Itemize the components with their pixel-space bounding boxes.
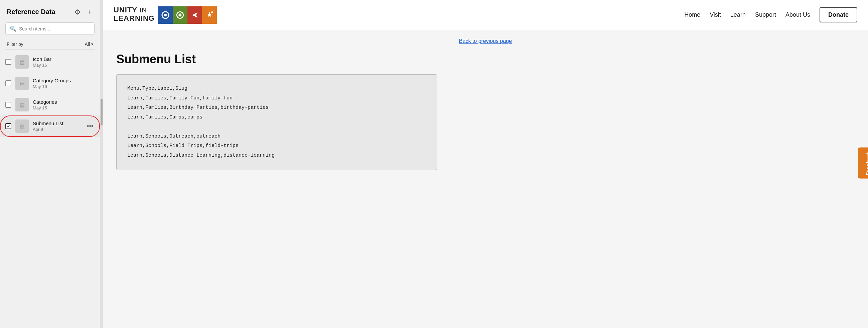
item-info: Category Groups May 16: [33, 78, 95, 89]
divider: [5, 50, 95, 50]
list-item[interactable]: ▤ Category Groups May 16: [0, 73, 100, 94]
nav-learn[interactable]: Learn: [730, 11, 746, 19]
data-line-6: Learn,Schools,Outreach,outreach: [127, 132, 426, 142]
sidebar-header: Reference Data ⚙ ＋: [0, 0, 100, 22]
feedback-button[interactable]: Feedback: [858, 147, 868, 179]
checkmark-icon: ✓: [7, 124, 10, 129]
list-item[interactable]: ▤ Categories May 15: [0, 94, 100, 115]
top-nav: UNITY IN LEARNING Home: [103, 0, 868, 30]
nav-home[interactable]: Home: [684, 11, 700, 19]
sidebar-header-icons: ⚙ ＋: [74, 7, 93, 17]
image-icon: ▤: [20, 59, 25, 65]
filter-label: Filter by: [7, 42, 23, 47]
item-thumbnail: ▤: [16, 119, 29, 133]
logo-area: UNITY IN LEARNING: [114, 6, 217, 24]
filter-all-dropdown[interactable]: All ▾: [85, 42, 93, 47]
search-area: 🔍: [0, 22, 100, 39]
svg-point-3: [211, 11, 213, 13]
item-date: May 16: [33, 62, 95, 67]
list-item-submenu[interactable]: ✓ ▤ Submenu List Apr 9 •••: [0, 115, 100, 137]
data-line-5: [127, 122, 426, 132]
logo-text-line2: LEARNING: [114, 14, 155, 22]
logo-text-line1: UNITY IN: [114, 6, 155, 14]
logo-block-orange: [202, 6, 217, 24]
item-date: May 15: [33, 105, 95, 110]
item-thumbnail: ▤: [16, 77, 29, 90]
sidebar: Reference Data ⚙ ＋ 🔍 Filter by All ▾ ▤ I…: [0, 0, 100, 328]
checkbox-categories[interactable]: [5, 102, 11, 108]
scroll-thumb: [100, 99, 102, 126]
data-box: Menu,Type,Label,Slug Learn,Famlies,Famil…: [116, 74, 437, 170]
data-line-1: Menu,Type,Label,Slug: [127, 84, 426, 94]
chevron-down-icon: ▾: [91, 42, 93, 47]
data-line-7: Learn,Schools,Field Trips,field-trips: [127, 141, 426, 151]
item-date: May 16: [33, 84, 95, 89]
page-body: Back to previous page Submenu List Menu,…: [103, 30, 868, 328]
search-box: 🔍: [5, 22, 95, 35]
image-icon: ▤: [20, 102, 25, 108]
main-content: UNITY IN LEARNING Home: [103, 0, 868, 328]
data-line-8: Learn,Schools,Distance Learning,distance…: [127, 151, 426, 161]
nav-about-us[interactable]: About Us: [785, 11, 810, 19]
data-line-3: Learn,Famlies,Birthday Parties,birthday-…: [127, 103, 426, 113]
filter-all-value: All: [85, 42, 90, 47]
item-info: Submenu List Apr 9: [33, 120, 82, 132]
item-info: Categories May 15: [33, 99, 95, 110]
image-icon: ▤: [20, 123, 25, 130]
data-line-4: Learn,Famlies,Camps,camps: [127, 113, 426, 122]
feedback-wrapper: Feedback: [858, 147, 868, 180]
item-info: Icon Bar May 16: [33, 56, 95, 67]
logo-block-blue: [158, 6, 173, 24]
nav-visit[interactable]: Visit: [710, 11, 721, 19]
search-icon: 🔍: [10, 25, 17, 32]
page-title: Submenu List: [116, 52, 855, 66]
item-name: Submenu List: [33, 120, 82, 126]
search-input[interactable]: [19, 26, 90, 31]
svg-point-1: [164, 14, 167, 17]
item-name: Categories: [33, 99, 95, 105]
svg-point-2: [179, 14, 181, 16]
checkbox-icon-bar[interactable]: [5, 59, 11, 65]
checkbox-submenu-list[interactable]: ✓: [5, 123, 11, 129]
item-name: Category Groups: [33, 78, 95, 83]
checkbox-category-groups[interactable]: [5, 80, 11, 86]
logo-block-red: [187, 6, 202, 24]
data-line-2: Learn,Famlies,Family Fun,family-fun: [127, 94, 426, 103]
add-button[interactable]: ＋: [85, 7, 93, 17]
item-date: Apr 9: [33, 127, 82, 132]
logo-block-green: [173, 6, 187, 24]
sidebar-title: Reference Data: [7, 8, 56, 16]
scroll-track: [100, 0, 103, 328]
item-name: Icon Bar: [33, 56, 95, 62]
item-thumbnail: ▤: [16, 55, 29, 69]
image-icon: ▤: [20, 80, 25, 87]
donate-button[interactable]: Donate: [819, 7, 857, 22]
back-link[interactable]: Back to previous page: [116, 38, 855, 44]
nav-support[interactable]: Support: [755, 11, 776, 19]
nav-links: Home Visit Learn Support About Us Donate: [684, 7, 857, 22]
more-options-button[interactable]: •••: [86, 122, 95, 131]
logo-blocks: [158, 6, 217, 24]
item-thumbnail: ▤: [16, 98, 29, 111]
filter-row: Filter by All ▾: [0, 39, 100, 50]
list-item[interactable]: ▤ Icon Bar May 16: [0, 51, 100, 73]
settings-button[interactable]: ⚙: [74, 7, 81, 17]
list-area: ▤ Icon Bar May 16 ▤ Category Groups May …: [0, 51, 100, 328]
